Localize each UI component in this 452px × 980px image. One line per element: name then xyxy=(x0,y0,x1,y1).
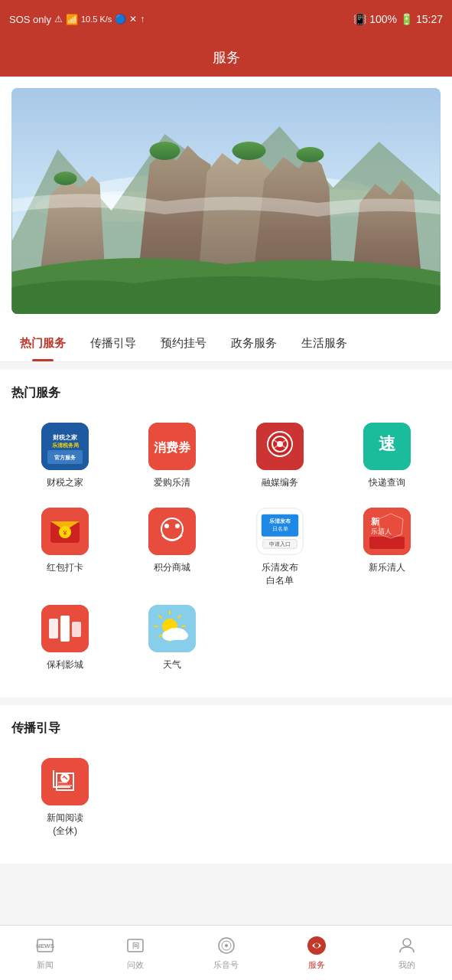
xinleqing-icon: 新 乐清人 xyxy=(363,508,411,555)
mountain-svg xyxy=(11,88,441,314)
tab-chuanbo[interactable]: 传播引导 xyxy=(78,325,148,361)
svg-rect-43 xyxy=(72,622,81,637)
svg-point-47 xyxy=(162,630,177,641)
service-leqing[interactable]: 乐清发布 日名单 申请入口 乐清发布 白名单 xyxy=(226,500,333,598)
service-tianqi[interactable]: 天气 xyxy=(119,597,226,682)
svg-text:乐清人: 乐清人 xyxy=(371,528,392,535)
svg-point-60 xyxy=(403,939,411,946)
news-icon: NEWS xyxy=(34,935,56,956)
phone-icon: 📳 xyxy=(353,13,366,25)
nav-leyinhao[interactable]: 乐音号 xyxy=(180,935,271,971)
wode-icon xyxy=(396,935,418,956)
rongmei-icon xyxy=(256,423,304,470)
aigou-icon: 消费券 xyxy=(148,423,196,470)
svg-text:问: 问 xyxy=(132,942,139,949)
baoli-icon xyxy=(41,605,89,652)
kuaidi-label: 快递查询 xyxy=(369,476,405,489)
wenxiao-icon: 问 xyxy=(125,935,146,956)
nav-wenxiao-label: 问效 xyxy=(127,959,144,971)
caishui-icon: 财税之家 乐清税务局 官方服务 xyxy=(41,423,89,470)
upload-icon: ↑ xyxy=(140,14,145,24)
chuanbo-section-title: 传播引导 xyxy=(11,720,441,737)
warning-icon: ⚠ xyxy=(54,14,63,24)
svg-text:日名单: 日名单 xyxy=(272,526,288,531)
service-hongbao[interactable]: ¥ 红包打卡 xyxy=(11,500,119,598)
nav-news-label: 新闻 xyxy=(37,959,54,971)
nav-fuwu[interactable]: 服务 xyxy=(272,935,362,971)
status-right: 📳 100% 🔋 15:27 xyxy=(353,13,443,25)
x-icon: ✕ xyxy=(129,14,137,24)
status-bar: SOS only ⚠ 📶 10.5 K/s 🔵 ✕ ↑ 📳 100% 🔋 15:… xyxy=(0,0,452,38)
bottom-nav: NEWS 新闻 问 问效 乐音号 xyxy=(0,925,452,980)
svg-text:申请入口: 申请入口 xyxy=(269,541,291,547)
tab-zhengwu[interactable]: 政务服务 xyxy=(219,325,289,361)
app-header: 服务 xyxy=(0,38,452,77)
service-baoli[interactable]: 保利影城 xyxy=(11,597,119,682)
tab-hot-service[interactable]: 热门服务 xyxy=(8,325,78,361)
nav-wenxiao[interactable]: 问 问效 xyxy=(90,935,180,971)
chuanbo-grid: 新闻阅读 (全休) xyxy=(11,750,441,848)
category-tabs: 热门服务 传播引导 预约挂号 政务服务 生活服务 xyxy=(0,325,452,362)
hot-service-grid: 财税之家 乐清税务局 官方服务 财税之家 消费券 爱购乐清 xyxy=(11,415,441,682)
xinwen-icon xyxy=(41,758,89,805)
network-speed: 10.5 K/s xyxy=(81,15,112,24)
hot-service-section: 热门服务 财税之家 乐清税务局 官方服务 财税之家 消费券 xyxy=(0,370,452,697)
sim-icon: 🔵 xyxy=(115,14,126,24)
wifi-icon: 📶 xyxy=(66,14,78,25)
jifen-icon xyxy=(148,508,196,555)
hongbao-icon: ¥ xyxy=(41,508,89,555)
svg-text:消费券: 消费券 xyxy=(154,441,191,454)
leyinhao-icon xyxy=(216,935,237,956)
svg-point-28 xyxy=(164,524,169,528)
tianqi-label: 天气 xyxy=(163,658,181,671)
service-aigou[interactable]: 消费券 爱购乐清 xyxy=(119,415,226,500)
svg-text:官方服务: 官方服务 xyxy=(54,454,76,460)
caishui-label: 财税之家 xyxy=(47,476,83,489)
svg-point-59 xyxy=(314,943,319,948)
svg-rect-41 xyxy=(49,619,58,639)
svg-text:¥: ¥ xyxy=(63,529,67,537)
nav-wode[interactable]: 我的 xyxy=(362,935,452,971)
svg-point-48 xyxy=(176,631,188,640)
leqing-label: 乐清发布 白名单 xyxy=(262,561,298,587)
service-kuaidi[interactable]: 速 快递查询 xyxy=(333,415,441,500)
sos-text: SOS only xyxy=(9,14,51,25)
fuwu-icon xyxy=(306,935,327,956)
svg-text:NEWS: NEWS xyxy=(36,942,55,949)
service-xinwen[interactable]: 新闻阅读 (全休) xyxy=(11,750,119,848)
status-left: SOS only ⚠ 📶 10.5 K/s 🔵 ✕ ↑ xyxy=(9,14,145,25)
battery-pct: 100% xyxy=(369,13,397,25)
baoli-label: 保利影城 xyxy=(47,658,83,671)
nav-fuwu-label: 服务 xyxy=(308,959,325,971)
svg-rect-39 xyxy=(369,537,405,549)
service-rongmei[interactable]: 融媒编务 xyxy=(226,415,333,500)
nav-news[interactable]: NEWS 新闻 xyxy=(0,935,90,971)
tianqi-icon xyxy=(148,605,196,652)
nav-leyinhao-label: 乐音号 xyxy=(213,959,239,971)
svg-point-29 xyxy=(175,524,180,528)
rongmei-label: 融媒编务 xyxy=(262,476,298,489)
kuaidi-icon: 速 xyxy=(363,423,411,470)
service-jifen[interactable]: 积分商城 xyxy=(119,500,226,598)
svg-point-6 xyxy=(297,147,324,162)
svg-text:速: 速 xyxy=(379,434,396,453)
hot-section-title: 热门服务 xyxy=(11,385,441,401)
nav-wode-label: 我的 xyxy=(398,959,415,971)
svg-text:乐清税务局: 乐清税务局 xyxy=(51,442,79,448)
xinleqing-label: 新乐清人 xyxy=(369,561,405,574)
hongbao-label: 红包打卡 xyxy=(47,561,83,574)
tab-yueyue[interactable]: 预约挂号 xyxy=(148,325,219,361)
clock: 15:27 xyxy=(416,13,443,25)
hero-container xyxy=(0,77,452,325)
svg-rect-26 xyxy=(148,508,196,555)
svg-point-57 xyxy=(225,944,228,947)
svg-text:新: 新 xyxy=(371,517,379,526)
service-caishui[interactable]: 财税之家 乐清税务局 官方服务 财税之家 xyxy=(11,415,119,500)
xinwen-label: 新闻阅读 (全休) xyxy=(47,812,83,838)
svg-point-18 xyxy=(277,441,283,447)
service-xinleqing[interactable]: 新 乐清人 新乐清人 xyxy=(333,500,441,598)
jifen-label: 积分商城 xyxy=(154,561,190,574)
svg-point-7 xyxy=(54,172,77,185)
tab-shenghuo[interactable]: 生活服务 xyxy=(289,325,359,361)
svg-rect-42 xyxy=(60,616,70,642)
